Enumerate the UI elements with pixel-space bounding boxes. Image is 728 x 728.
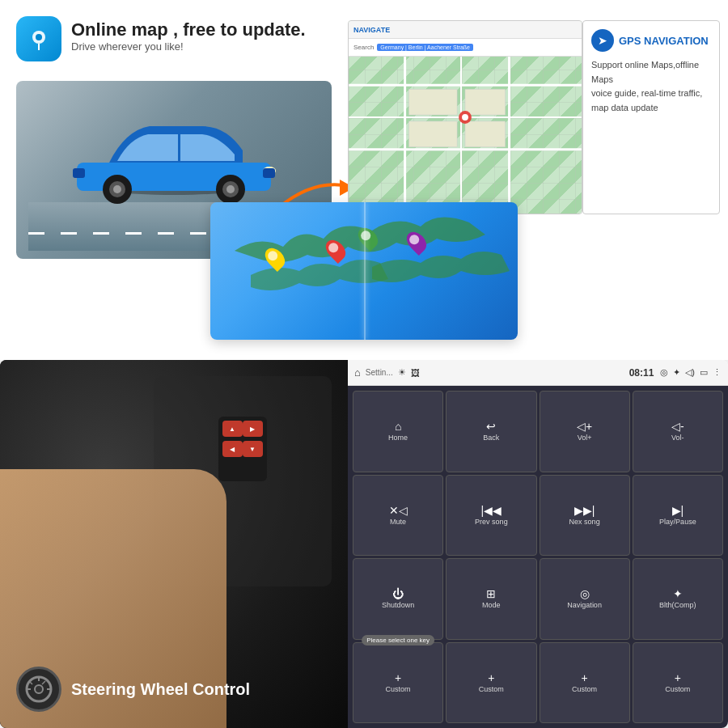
btn-label-custom: Custom [479,685,504,693]
grid-btn-nex-song[interactable]: ▶▶|Nex song [540,475,630,557]
online-map-badge: Online map , free to update. Drive where… [16,16,306,61]
gps-panel-body: Support online Maps,offline Maps voice g… [591,58,711,115]
search-label: Search [353,44,374,51]
btn-label-play/pause: Play/Pause [659,518,696,526]
map-screenshot: NAVIGATE Search Germany | Berlin | Aache… [348,20,582,214]
btn-label-custom: Custom [386,685,411,693]
btn-icon-vol-: ◁- [671,421,684,432]
svg-text:▼: ▼ [249,446,256,453]
svg-line-42 [42,681,45,684]
btn-icon-custom: + [675,672,681,684]
buttons-grid: ⌂Home↩Back◁+Vol+◁-Vol-✕◁Mute|◀◀Prev song… [348,386,728,728]
grid-btn-custom[interactable]: +Custom [446,642,536,724]
btn-label-mode: Mode [482,601,501,609]
world-map-area [210,202,518,340]
svg-rect-22 [465,89,506,115]
grid-btn-navigation[interactable]: ◎Navigation [540,558,630,640]
grid-btn-vol-[interactable]: ◁-Vol- [633,391,723,472]
grid-btn-vol+[interactable]: ◁+Vol+ [540,391,630,472]
svg-point-37 [35,685,43,693]
gps-panel-title: GPS NAVIGATION [619,35,709,47]
status-left: ⌂ Settin... ☀ 🖼 [354,366,623,379]
btn-label-blth(comp): Blth(Comp) [659,601,696,609]
btn-icon-play/pause: ▶| [672,505,684,516]
control-panel: ⌂ Settin... ☀ 🖼 08:11 ◎ ✦ ◁) ▭ ⋮ ⌂Home↩B… [348,360,728,728]
svg-text:▶: ▶ [250,425,256,433]
grid-btn-shutdown[interactable]: ⏻Shutdown [353,558,443,640]
svg-text:▲: ▲ [229,425,235,433]
btn-icon-nex-song: ▶▶| [574,505,595,516]
status-bar: ⌂ Settin... ☀ 🖼 08:11 ◎ ✦ ◁) ▭ ⋮ [348,360,728,386]
svg-rect-11 [73,168,85,178]
btn-label-custom: Custom [572,685,597,693]
gps-panel-header: ➤ GPS NAVIGATION [591,29,711,52]
grid-btn-mode[interactable]: ⊞Mode [446,558,536,640]
svg-rect-21 [409,121,457,147]
bottom-section: ▲ ▶ ◀ ▼ [0,360,728,728]
gps-arrow-icon: ➤ [591,29,614,52]
grid-btn-custom[interactable]: +Custom [633,642,723,724]
top-section: Online map , free to update. Drive where… [0,0,728,356]
map-search-bar[interactable]: Search Germany | Berlin | Aachener Straß… [349,39,582,57]
status-home-icon: ⌂ [354,366,361,379]
btn-label-prev-song: Prev song [475,518,508,526]
btn-icon-prev-song: |◀◀ [481,505,502,516]
map-app-icon [16,16,61,61]
map-subtitle: Drive wherever you like! [71,40,306,53]
status-time: 08:11 [629,367,654,379]
btn-icon-mute: ✕◁ [389,505,408,516]
btn-label-nex-song: Nex song [569,518,600,526]
map-header: NAVIGATE [349,21,582,39]
grid-btn-blth(comp)[interactable]: ✦Blth(Comp) [633,558,723,640]
status-gps-icon: ◎ [660,367,668,378]
pin-red [322,236,349,264]
status-menu-icon: ⋮ [713,367,722,378]
status-battery-icon: ▭ [700,367,708,378]
svg-rect-20 [409,89,457,115]
navi-logo: NAVIGATE [353,26,390,34]
btn-label-shutdown: Shutdown [382,601,414,609]
svg-text:◀: ◀ [230,446,235,453]
btn-icon-blth(comp): ✦ [673,588,683,599]
btn-icon-custom: + [395,672,401,684]
svg-point-9 [226,185,235,193]
grid-btn-home[interactable]: ⌂Home [353,391,443,472]
btn-icon-custom: + [582,672,588,684]
svg-rect-23 [465,121,506,147]
btn-label-custom: Custom [665,685,690,693]
btn-icon-shutdown: ⏻ [392,588,404,599]
steering-wheel-icon-area: Steering Wheel Control [16,667,250,712]
btn-label-home: Home [388,434,408,442]
btn-label-navigation: Navigation [567,601,602,609]
btn-icon-home: ⌂ [395,421,401,432]
btn-icon-custom: + [488,672,494,684]
grid-btn-custom[interactable]: +Custom [540,642,630,724]
search-address: Germany | Berlin | Aachener Straße [377,44,473,51]
status-bt-icon: ✦ [673,367,680,378]
btn-label-vol+: Vol+ [578,434,592,442]
grid-btn-mute[interactable]: ✕◁Mute [353,475,443,557]
status-sun-icon: ☀ [398,367,406,378]
steering-bg: ▲ ▶ ◀ ▼ [0,360,348,728]
grid-btn-prev-song[interactable]: |◀◀Prev song [446,475,536,557]
svg-point-25 [462,114,468,121]
status-gallery-icon: 🖼 [411,368,420,378]
btn-label-vol-: Vol- [671,434,684,442]
grid-btn-back[interactable]: ↩Back [446,391,536,472]
world-map-fold [210,202,518,340]
steering-panel: ▲ ▶ ◀ ▼ [0,360,348,728]
pin-purple [403,228,430,256]
btn-icon-navigation: ◎ [580,588,590,599]
gps-info-panel: ➤ GPS NAVIGATION Support online Maps,off… [582,20,720,214]
steering-label: Steering Wheel Control [71,680,250,699]
grid-btn-play/pause[interactable]: ▶|Play/Pause [633,475,723,557]
grid-btn-custom[interactable]: Please select one key+Custom [353,642,443,724]
map-text: Online map , free to update. Drive where… [71,16,306,53]
pin-yellow [261,244,289,272]
status-settings-text: Settin... [366,368,393,377]
status-vol-icon: ◁) [685,367,695,378]
btn-icon-back: ↩ [486,421,496,432]
status-right: ◎ ✦ ◁) ▭ ⋮ [660,367,722,378]
btn-icon-vol+: ◁+ [577,421,592,432]
tooltip-badge: Please select one key [362,635,434,645]
